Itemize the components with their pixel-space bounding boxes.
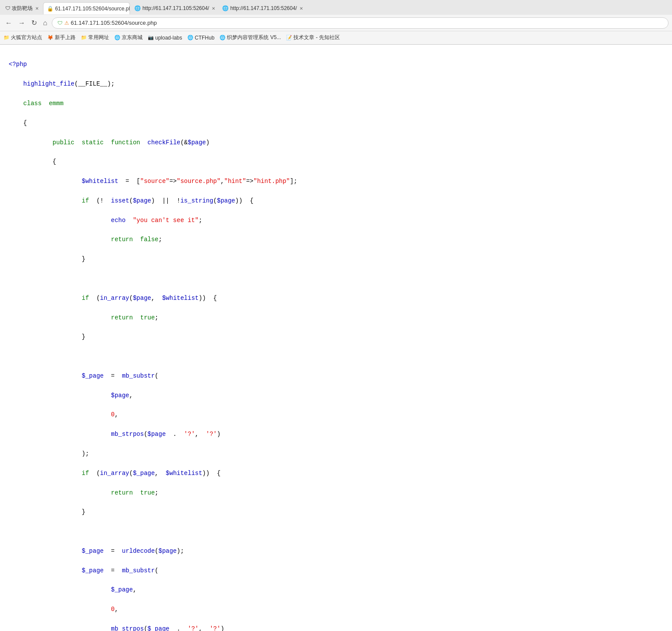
security-icon: 🛡 <box>57 20 63 26</box>
php-open-tag: <?php <box>9 61 27 68</box>
class-name: emmm <box>49 100 63 107</box>
home-button[interactable]: ⌂ <box>41 18 49 28</box>
bookmark-label-5: upload-labs <box>155 35 182 41</box>
tab-attacklab[interactable]: 🛡 攻防靶场 ✕ <box>2 2 42 14</box>
code-line-29: 0, <box>9 604 663 614</box>
bookmark-huhu[interactable]: 📁 火狐官方站点 <box>3 34 42 41</box>
tab-label-1: 攻防靶场 <box>12 5 33 12</box>
tab-close-3[interactable]: ✕ <box>212 6 215 11</box>
code-line-24: } <box>9 507 663 517</box>
code-line-1: <?php <box>9 60 663 69</box>
tab-icon-3: 🌐 <box>134 5 141 11</box>
code-line-13: if (in_array($page, $whitelist)) { <box>9 293 663 303</box>
static-keyword: static <box>82 139 103 146</box>
code-line-11: } <box>9 254 663 264</box>
bookmarks-bar: 📁 火狐官方站点 🦊 新手上路 📁 常用网址 🌐 京东商城 📷 upload-l… <box>0 31 672 44</box>
bookmark-zhihu[interactable]: 📝 技术文章 - 先知社区 <box>286 34 340 41</box>
tab-label-3: http://61.147.171.105:52604/ <box>143 5 209 11</box>
code-line-22: if (in_array($_page, $whitelist)) { <box>9 468 663 478</box>
code-line-12 <box>9 274 663 283</box>
tab-close-4[interactable]: ✕ <box>299 6 303 11</box>
code-line-23: return true; <box>9 488 663 498</box>
bookmark-label-6: CTFHub <box>195 35 214 41</box>
tab-source[interactable]: 🔒 61.147.171.105:52604/source.php ✕ <box>43 2 130 14</box>
code-line-20: mb_strpos($page . '?', '?') <box>9 429 663 439</box>
bookmark-upload[interactable]: 📷 upload-labs <box>148 35 182 41</box>
code-line-4: { <box>9 118 663 128</box>
function-keyword: function <box>111 139 140 146</box>
code-line-19: 0, <box>9 410 663 419</box>
code-line-28: $_page, <box>9 585 663 594</box>
bookmark-icon-4: 🌐 <box>114 35 120 40</box>
bookmark-ctfhub[interactable]: 🌐 CTFHub <box>187 35 214 41</box>
tab-icon-1: 🛡 <box>5 5 10 11</box>
class-keyword: class <box>23 100 42 107</box>
bookmark-label-7: 织梦内容管理系统 V5... <box>227 34 281 41</box>
bookmark-icon-2: 🦊 <box>47 35 53 40</box>
code-line-25 <box>9 527 663 536</box>
code-line-10: return false; <box>9 235 663 244</box>
bookmark-label-1: 火狐官方站点 <box>11 34 42 41</box>
bookmark-icon-5: 📷 <box>148 35 154 40</box>
page-param: $page <box>188 139 206 146</box>
code-line-15: } <box>9 332 663 342</box>
code-line-17: $_page = mb_substr( <box>9 371 663 381</box>
checkfile-name: checkFile <box>147 139 180 146</box>
code-line-7: $whitelist = ["source"=>"source.php","hi… <box>9 176 663 186</box>
code-line-27: $_page = mb_substr( <box>9 566 663 575</box>
code-line-26: $_page = urldecode($page); <box>9 546 663 556</box>
bookmark-icon-7: 🌐 <box>220 35 226 40</box>
address-bar[interactable]: 🛡 ⚠ 61.147.171.105:52604/source.php <box>52 17 669 29</box>
code-area: <?php highlight_file(__FILE__); class em… <box>0 45 672 631</box>
public-keyword: public <box>53 139 74 146</box>
bookmark-common[interactable]: 📁 常用网址 <box>81 34 109 41</box>
code-line-30: mb_strpos($_page . '?', '?') <box>9 624 663 631</box>
code-line-16 <box>9 352 663 361</box>
code-line-3: class emmm <box>9 99 663 108</box>
bookmark-icon-8: 📝 <box>286 35 292 40</box>
tab-4[interactable]: 🌐 http://61.147.171.105:52604/ ✕ <box>219 2 306 14</box>
reload-button[interactable]: ↻ <box>30 18 39 28</box>
forward-button[interactable]: → <box>17 18 27 28</box>
tab-bar: 🛡 攻防靶场 ✕ 🔒 61.147.171.105:52604/source.p… <box>0 0 672 15</box>
bookmark-label-3: 常用网址 <box>88 34 109 41</box>
code-line-18: $page, <box>9 391 663 400</box>
tab-close-1[interactable]: ✕ <box>35 6 39 11</box>
browser-chrome: 🛡 攻防靶场 ✕ 🔒 61.147.171.105:52604/source.p… <box>0 0 672 45</box>
bookmark-icon-3: 📁 <box>81 35 87 40</box>
code-line-14: return true; <box>9 313 663 322</box>
highlight-file-call: highlight_file <box>23 80 75 87</box>
tab-icon-2: 🔒 <box>47 6 53 12</box>
address-text: 61.147.171.105:52604/source.php <box>71 20 157 26</box>
code-line-5: public static function checkFile(&$page) <box>9 138 663 147</box>
bookmark-label-8: 技术文章 - 先知社区 <box>293 34 340 41</box>
tab-label-2: 61.147.171.105:52604/source.php <box>55 6 130 12</box>
tab-3[interactable]: 🌐 http://61.147.171.105:52604/ ✕ <box>131 2 218 14</box>
bookmark-newbie[interactable]: 🦊 新手上路 <box>47 34 76 41</box>
code-line-9: echo "you can't see it"; <box>9 216 663 225</box>
bookmark-icon-6: 🌐 <box>187 35 193 40</box>
code-line-21: ); <box>9 449 663 458</box>
warning-icon: ⚠ <box>64 20 69 26</box>
bookmark-label-4: 京东商城 <box>122 34 143 41</box>
nav-bar: ← → ↻ ⌂ 🛡 ⚠ 61.147.171.105:52604/source.… <box>0 15 672 31</box>
back-button[interactable]: ← <box>3 18 14 28</box>
bookmark-label-2: 新手上路 <box>55 34 76 41</box>
code-line-6: { <box>9 157 663 166</box>
bookmark-dreamcms[interactable]: 🌐 织梦内容管理系统 V5... <box>220 34 281 41</box>
code-line-8: if (! isset($page) || !is_string($page))… <box>9 196 663 206</box>
bookmark-icon-1: 📁 <box>3 35 10 40</box>
tab-label-4: http://61.147.171.105:52604/ <box>230 5 297 11</box>
code-line-2: highlight_file(__FILE__); <box>9 79 663 89</box>
bookmark-jd[interactable]: 🌐 京东商城 <box>114 34 143 41</box>
tab-icon-4: 🌐 <box>222 5 229 11</box>
